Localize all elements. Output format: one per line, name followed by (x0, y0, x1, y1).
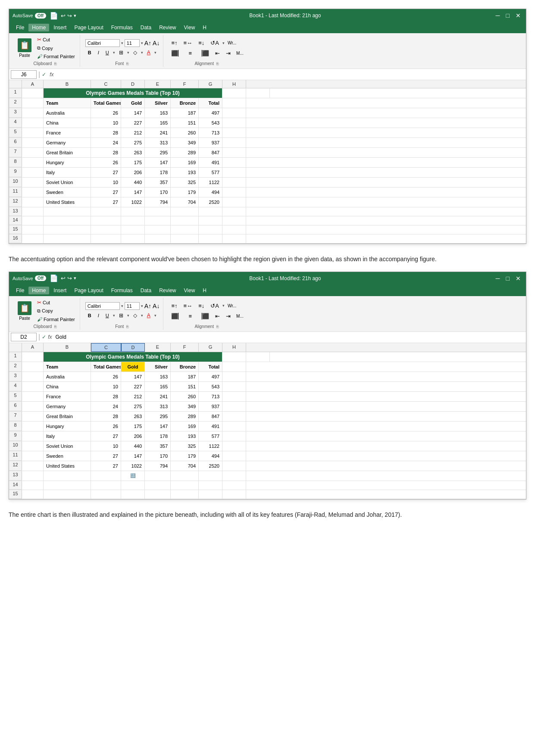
menu2-file[interactable]: File (13, 287, 28, 294)
decrease-indent-button[interactable]: ⇤ (213, 49, 222, 58)
copy-button-2[interactable]: ⧉ Copy (36, 307, 76, 315)
col2-header-h[interactable]: H (222, 343, 246, 352)
close-btn[interactable]: ✕ (514, 11, 522, 20)
cut-button-2[interactable]: ✂ Cut (36, 299, 76, 306)
undo-icon[interactable]: ↩ (61, 12, 66, 19)
font-expand-icon-2[interactable]: ⎘ (125, 324, 130, 329)
menu2-home[interactable]: Home (28, 287, 49, 294)
wrap-text-button-2[interactable]: Wr... (225, 302, 238, 309)
col-header-a[interactable]: A (22, 80, 44, 88)
menu-formulas[interactable]: Formulas (108, 24, 136, 31)
row2-e[interactable]: Silver (145, 98, 171, 108)
formula-input[interactable] (56, 71, 525, 78)
autosave-toggle-2[interactable]: Off (35, 275, 46, 281)
file-icon-2[interactable]: 📄 (50, 274, 58, 282)
align-right-button-2[interactable]: ▕⬛ (195, 312, 212, 321)
paste-button[interactable]: 📋 Paste (15, 37, 34, 59)
cell-reference-box[interactable] (11, 70, 37, 79)
align-bottom-button[interactable]: ≡↓ (196, 38, 207, 47)
align-top-button-2[interactable]: ≡↑ (169, 301, 180, 310)
font-name-input-2[interactable] (85, 302, 120, 310)
menu2-page-layout[interactable]: Page Layout (71, 287, 106, 294)
clipboard-expand-icon[interactable]: ⎘ (53, 61, 58, 66)
merge-center-button[interactable]: M... (234, 50, 246, 57)
copy-button[interactable]: ⧉ Copy (36, 44, 76, 52)
format-painter-button-2[interactable]: 🖌 Format Painter (36, 316, 76, 323)
fill-dropdown[interactable]: ▾ (141, 50, 143, 55)
row3-g[interactable]: 497 (199, 108, 222, 118)
menu2-view[interactable]: View (181, 287, 199, 294)
restore-btn[interactable]: □ (504, 11, 511, 20)
font-color-button-2[interactable]: A (144, 311, 153, 320)
font-size-input[interactable] (125, 39, 140, 47)
autosave-toggle[interactable]: Off (35, 13, 46, 19)
align-right-button[interactable]: ▕⬛ (195, 49, 212, 58)
font-size-dropdown[interactable]: ▾ (141, 41, 143, 45)
col-header-g[interactable]: G (199, 80, 222, 88)
menu2-formulas[interactable]: Formulas (108, 287, 136, 294)
row2-f[interactable]: Bronze (171, 98, 199, 108)
border-button-2[interactable]: ⊞ (116, 311, 126, 320)
col2-header-e[interactable]: E (145, 343, 171, 352)
increase-indent-button[interactable]: ⇥ (223, 49, 233, 58)
redo-icon[interactable]: ↪ (67, 12, 72, 19)
cell-reference-box-2[interactable] (11, 333, 37, 341)
col-header-d[interactable]: D (121, 80, 145, 88)
font-expand-icon[interactable]: ⎘ (125, 61, 130, 66)
align-expand-icon-2[interactable]: ⎘ (215, 324, 220, 329)
format-painter-button[interactable]: 🖌 Format Painter (36, 53, 76, 60)
underline-dropdown[interactable]: ▾ (113, 50, 115, 55)
underline-dropdown-2[interactable]: ▾ (113, 313, 115, 318)
formula-check-icon-2[interactable]: ✓ (42, 334, 46, 340)
col2-header-g[interactable]: G (199, 343, 222, 352)
undo-icon-2[interactable]: ↩ (61, 275, 66, 281)
row2-g[interactable]: Total (199, 98, 222, 108)
col2-header-f[interactable]: F (171, 343, 199, 352)
merge-center-button-2[interactable]: M... (234, 312, 246, 320)
col-header-h[interactable]: H (222, 80, 246, 88)
wrap-text-button[interactable]: Wr... (225, 39, 238, 47)
row1-g[interactable] (222, 88, 246, 98)
row3-c[interactable]: 26 (91, 108, 121, 118)
text-direction-dropdown-2[interactable]: ▾ (222, 303, 225, 308)
align-center-button[interactable]: ≡ (186, 49, 194, 58)
selected-d2-cell[interactable]: Gold (121, 362, 145, 372)
font-size-input-2[interactable] (125, 302, 140, 310)
menu-view[interactable]: View (181, 24, 199, 31)
col2-header-a[interactable]: A (22, 343, 44, 352)
align-bottom-button-2[interactable]: ≡↓ (196, 301, 207, 310)
row2-b[interactable]: Team (44, 98, 91, 108)
text-direction-button[interactable]: ↺A (208, 38, 222, 47)
border-dropdown[interactable]: ▾ (127, 50, 129, 55)
row2-a[interactable] (22, 98, 44, 108)
menu2-help[interactable]: H (199, 287, 210, 294)
font-color-dropdown-2[interactable]: ▾ (154, 313, 156, 318)
clipboard-expand-icon-2[interactable]: ⎘ (53, 324, 58, 329)
row3-e[interactable]: 163 (145, 108, 171, 118)
row3-f[interactable]: 187 (171, 108, 199, 118)
border-button[interactable]: ⊞ (116, 48, 126, 57)
font-name-input[interactable] (85, 39, 120, 47)
redo-icon-2[interactable]: ↪ (67, 275, 72, 281)
increase-font-icon[interactable]: A↑ (144, 40, 151, 47)
menu2-data[interactable]: Data (137, 287, 155, 294)
fill-color-button[interactable]: ◇ (131, 48, 140, 57)
italic-button[interactable]: I (95, 49, 102, 56)
row1-a[interactable] (22, 88, 44, 98)
font-size-dropdown-2[interactable]: ▾ (141, 304, 143, 308)
row3-h[interactable] (222, 108, 246, 118)
menu-file[interactable]: File (13, 24, 28, 31)
paste-button-2[interactable]: 📋 Paste (15, 300, 34, 322)
col2-header-d[interactable]: D (121, 343, 145, 352)
menu-data[interactable]: Data (137, 24, 155, 31)
decrease-indent-button-2[interactable]: ⇤ (213, 312, 222, 321)
minimize-btn[interactable]: ─ (494, 11, 502, 20)
cut-button[interactable]: ✂ Cut (36, 36, 76, 44)
font-color-button[interactable]: A (144, 48, 153, 57)
font-color-dropdown[interactable]: ▾ (154, 50, 156, 55)
font-name-dropdown-2[interactable]: ▾ (121, 304, 123, 308)
menu2-insert[interactable]: Insert (50, 287, 70, 294)
close-btn-2[interactable]: ✕ (514, 274, 522, 283)
bold-button[interactable]: B (85, 49, 94, 56)
fill-dropdown-2[interactable]: ▾ (141, 313, 143, 318)
